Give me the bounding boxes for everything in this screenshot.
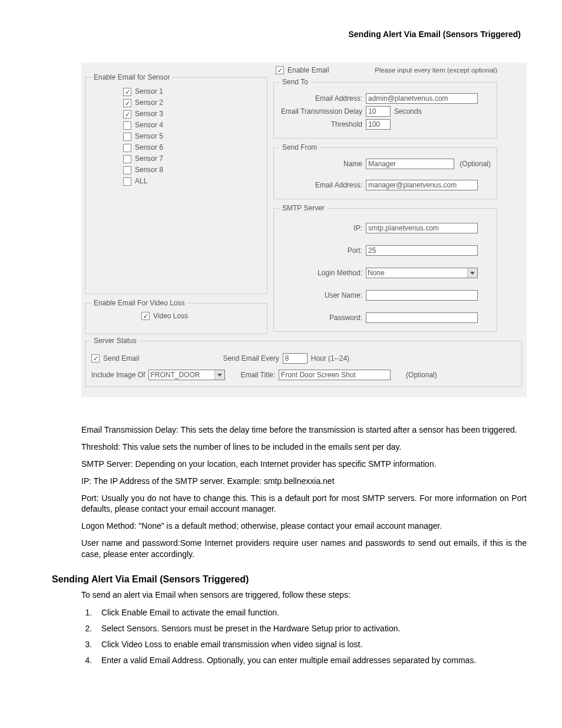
include-image-select[interactable]: FRONT_DOOR <box>148 370 225 380</box>
email-title-label: Email Title: <box>240 371 275 379</box>
login-method-value: None <box>368 269 385 277</box>
login-method-select[interactable]: None <box>366 268 478 278</box>
video-loss-legend: Enable Email For Video Loss <box>91 299 187 307</box>
input-hint: Please input every item (except optional… <box>375 67 497 74</box>
sensor-1-checkbox[interactable] <box>123 88 131 96</box>
send-email-label: Send Email <box>103 354 139 363</box>
password-input[interactable] <box>366 312 478 323</box>
sensor-label: Sensor 2 <box>135 97 163 108</box>
paragraph-userpass: User name and password:Some Internet pro… <box>81 538 527 560</box>
send-from-name-input[interactable]: Manager <box>366 159 454 169</box>
enable-email-sensor-group: Enable Email for Sensor Sensor 1 Sensor … <box>85 73 267 294</box>
sensor-label: Sensor 7 <box>135 153 163 164</box>
login-method-label: Login Method: <box>280 269 362 277</box>
sensor-row: Sensor 8 <box>123 164 261 176</box>
server-status-group: Server Status Send Email Send Email Ever… <box>85 337 522 387</box>
step-item: Click Video Loss to enable email transmi… <box>94 638 527 651</box>
sensor-label: Sensor 1 <box>135 86 163 97</box>
send-from-group: Send From Name Manager (Optional) Email … <box>273 143 497 199</box>
from-email-label: Email Address: <box>280 181 362 189</box>
sensor-row: Sensor 1 <box>123 86 261 97</box>
send-from-email-input[interactable]: manager@planetvenus.com <box>366 180 478 190</box>
delay-unit: Seconds <box>394 107 422 116</box>
sensor-label: Sensor 4 <box>135 120 163 131</box>
email-setup-dialog: Enable Email for Sensor Sensor 1 Sensor … <box>81 62 527 397</box>
send-email-checkbox[interactable] <box>91 354 100 363</box>
paragraph-ip: IP: The IP Address of the SMTP server. E… <box>81 476 527 487</box>
port-label: Port: <box>280 246 362 255</box>
optional-label: (Optional) <box>406 371 437 379</box>
include-image-value: FRONT_DOOR <box>150 371 200 379</box>
chevron-down-icon <box>467 268 477 278</box>
email-address-label: Email Address: <box>280 94 362 103</box>
sensor-7-checkbox[interactable] <box>123 155 131 163</box>
sensor-label: Sensor 5 <box>135 131 163 142</box>
send-from-legend: Send From <box>280 143 319 151</box>
sensor-2-checkbox[interactable] <box>123 99 131 107</box>
smtp-server-group: SMTP Server IP: smtp.planetvenus.com Por… <box>273 204 497 332</box>
delay-input[interactable]: 10 <box>366 106 391 117</box>
sensor-3-checkbox[interactable] <box>123 110 131 118</box>
paragraph-port: Port: Usually you do not have to change … <box>81 493 527 515</box>
smtp-ip-input[interactable]: smtp.planetvenus.com <box>366 223 478 233</box>
paragraph-delay: Email Transmission Delay: This sets the … <box>81 424 527 436</box>
step-item: Enter a valid Email Address. Optionally,… <box>94 654 527 667</box>
optional-label: (Optional) <box>459 160 491 168</box>
smtp-port-input[interactable]: 25 <box>366 245 478 256</box>
chevron-down-icon <box>214 370 224 380</box>
include-image-label: Include Image Of <box>91 371 145 379</box>
threshold-input[interactable]: 100 <box>366 119 391 130</box>
sensor-5-checkbox[interactable] <box>123 133 131 141</box>
send-every-label: Send Email Every <box>223 354 279 363</box>
send-to-group: Send To Email Address: admin@planetvenus… <box>273 78 497 139</box>
sensor-row: Sensor 4 <box>123 120 261 131</box>
sensor-label: Sensor 3 <box>135 108 163 120</box>
sensor-6-checkbox[interactable] <box>123 144 131 152</box>
sensor-row: ALL <box>123 176 261 187</box>
user-name-label: User Name: <box>280 291 362 299</box>
enable-email-label: Enable Email <box>287 66 329 74</box>
video-loss-label: Video Loss <box>153 312 188 320</box>
sensor-row: Sensor 5 <box>123 131 261 142</box>
smtp-legend: SMTP Server <box>280 204 327 212</box>
page-header: Sending Alert Via Email (Sensors Trigger… <box>52 29 527 39</box>
sensor-label: ALL <box>135 176 147 187</box>
password-label: Password: <box>280 314 362 322</box>
section-heading: Sending Alert Via Email (Sensors Trigger… <box>52 574 527 585</box>
sensor-all-checkbox[interactable] <box>123 177 131 186</box>
enable-email-checkbox[interactable] <box>276 66 284 74</box>
step-item: Select Sensors. Sensors must be preset i… <box>94 622 527 635</box>
send-every-unit: Hour (1--24) <box>311 354 349 363</box>
name-label: Name <box>280 160 362 168</box>
server-status-legend: Server Status <box>91 337 139 345</box>
paragraph-smtp: SMTP Server: Depending on your location,… <box>81 459 527 470</box>
delay-label: Email Transmission Delay <box>280 107 362 116</box>
enable-email-video-loss-group: Enable Email For Video Loss Video Loss <box>85 299 267 334</box>
enable-email-sensor-legend: Enable Email for Sensor <box>91 73 172 81</box>
user-name-input[interactable] <box>366 290 478 301</box>
ip-label: IP: <box>280 224 362 232</box>
sensor-row: Sensor 3 <box>123 108 261 120</box>
steps-list: Click Enable Email to activate the email… <box>81 607 527 667</box>
sensor-4-checkbox[interactable] <box>123 121 131 130</box>
video-loss-checkbox[interactable] <box>141 312 150 320</box>
send-every-input[interactable]: 8 <box>283 353 308 364</box>
sensor-label: Sensor 6 <box>135 142 163 153</box>
send-to-legend: Send To <box>280 78 310 86</box>
sensor-row: Sensor 6 <box>123 142 261 153</box>
sensor-row: Sensor 7 <box>123 153 261 164</box>
email-title-input[interactable]: Front Door Screen Shot <box>279 370 391 380</box>
sensor-row: Sensor 2 <box>123 97 261 108</box>
threshold-label: Threshold <box>280 120 362 129</box>
paragraph-threshold: Threshold: This value sets the number of… <box>81 442 527 453</box>
sensor-label: Sensor 8 <box>135 164 163 176</box>
sensor-8-checkbox[interactable] <box>123 166 131 174</box>
section-intro: To send an alert via Email when sensors … <box>81 589 527 601</box>
paragraph-logon: Logon Method: "None" is a default method… <box>81 521 527 532</box>
send-to-email-input[interactable]: admin@planetvenus.com <box>366 93 478 104</box>
step-item: Click Enable Email to activate the email… <box>94 607 527 619</box>
